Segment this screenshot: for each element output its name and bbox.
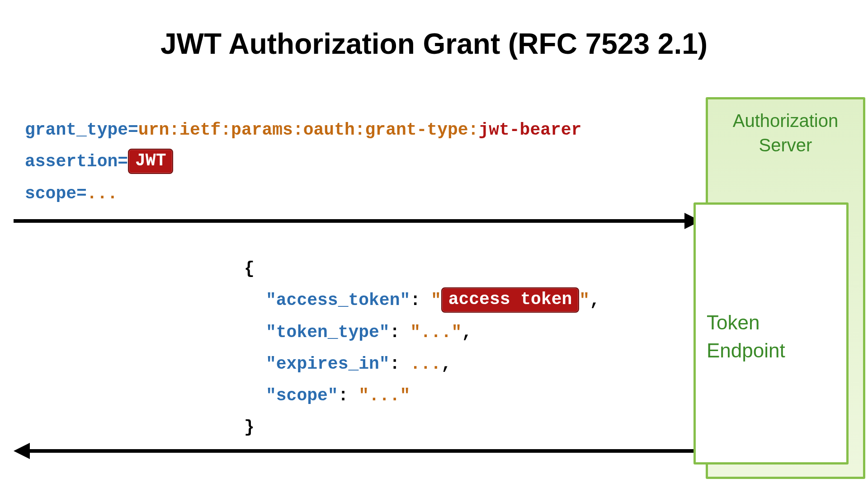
json-comma: ,	[462, 323, 472, 342]
json-quote: "	[579, 291, 590, 310]
json-colon: :	[390, 354, 410, 374]
equals-sign: =	[128, 120, 138, 140]
param-key: grant_type	[25, 120, 128, 140]
equals-sign: =	[76, 184, 87, 203]
token-request-params: grant_type=urn:ietf:params:oauth:grant-t…	[25, 114, 581, 210]
arrow-line	[27, 449, 701, 453]
json-value: ...	[410, 354, 441, 374]
json-key: "token_type"	[266, 323, 390, 342]
param-grant-type: grant_type=urn:ietf:params:oauth:grant-t…	[25, 114, 581, 146]
request-arrow	[14, 216, 701, 225]
json-quote: "	[431, 291, 441, 310]
param-value-urn: urn:ietf:params:oauth:grant-type:	[138, 120, 479, 140]
token-endpoint-label: TokenEndpoint	[707, 309, 785, 364]
param-scope: scope=...	[25, 178, 581, 210]
json-key: "access_token"	[266, 291, 410, 310]
arrow-head-left-icon	[14, 443, 30, 459]
json-value: "..."	[410, 323, 462, 342]
equals-sign: =	[118, 152, 128, 171]
authorization-server-label: AuthorizationServer	[708, 108, 863, 157]
token-response-json: { "access_token": "access token", "token…	[244, 253, 600, 444]
access-token-chip: access token	[441, 287, 580, 313]
param-value: ...	[87, 184, 118, 203]
json-key: "expires_in"	[266, 354, 390, 374]
param-assertion: assertion=JWT	[25, 146, 581, 178]
json-value: "..."	[359, 386, 410, 405]
json-comma: ,	[590, 291, 600, 310]
json-open-brace: {	[244, 253, 600, 285]
json-close-brace: }	[244, 412, 600, 443]
json-colon: :	[338, 386, 359, 405]
json-field-expires-in: "expires_in": ...,	[244, 348, 600, 380]
jwt-chip: JWT	[128, 149, 173, 174]
arrow-line	[14, 219, 687, 223]
json-comma: ,	[441, 354, 452, 374]
json-colon: :	[410, 291, 431, 310]
param-key: assertion	[25, 152, 118, 171]
json-field-access-token: "access_token": "access token",	[244, 285, 600, 316]
json-key: "scope"	[266, 386, 338, 405]
param-value-suffix: jwt-bearer	[478, 120, 581, 140]
token-endpoint-box: TokenEndpoint	[693, 202, 849, 465]
response-arrow	[14, 446, 701, 455]
param-key: scope	[25, 184, 76, 203]
json-field-scope: "scope": "..."	[244, 380, 600, 412]
json-colon: :	[390, 323, 410, 342]
page-title: JWT Authorization Grant (RFC 7523 2.1)	[0, 27, 868, 61]
json-field-token-type: "token_type": "...",	[244, 317, 600, 348]
